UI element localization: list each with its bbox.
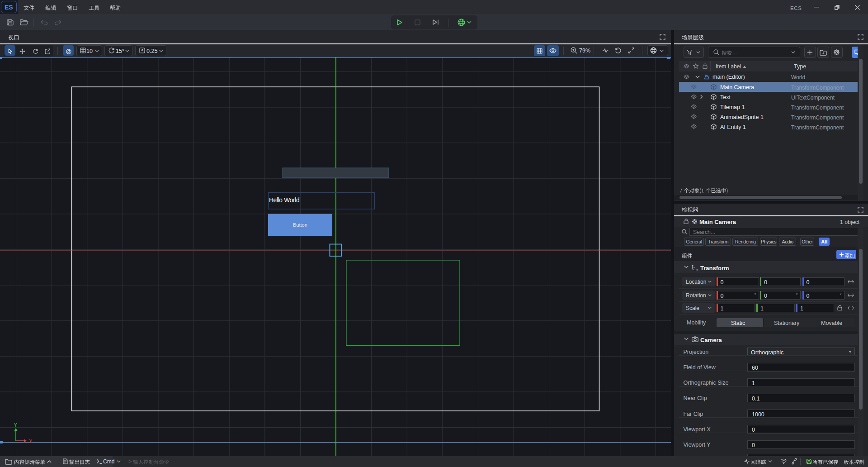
- svg-text:X: X: [29, 438, 33, 444]
- svg-text:Y: Y: [14, 422, 18, 428]
